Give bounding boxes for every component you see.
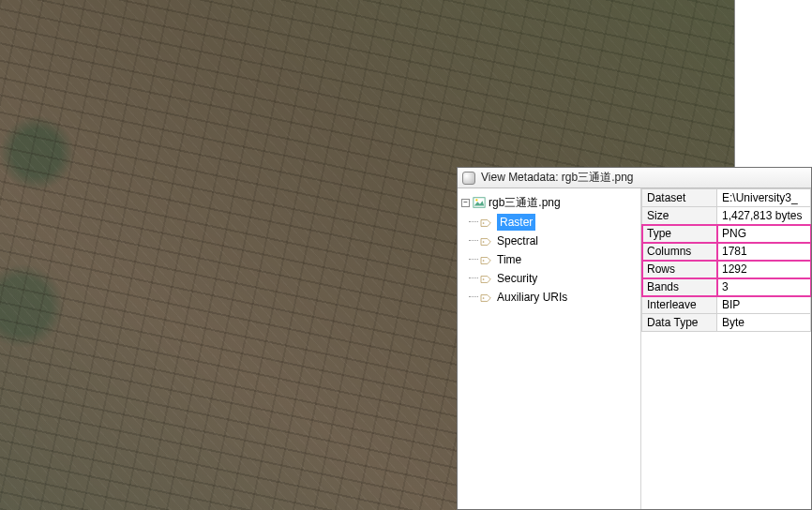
tree-item-spectral[interactable]: Spectral <box>480 232 637 250</box>
property-row-rows[interactable]: Rows1292 <box>642 261 811 278</box>
property-key: Interleave <box>642 296 717 314</box>
tree-collapse-icon[interactable]: − <box>461 199 470 207</box>
property-value: BIP <box>717 296 811 314</box>
tree-item-label: Security <box>497 270 537 287</box>
property-value: 1,427,813 bytes <box>717 207 811 225</box>
svg-marker-9 <box>481 277 490 283</box>
tree-item-raster[interactable]: Raster <box>480 213 637 232</box>
property-key: Type <box>642 225 717 243</box>
svg-point-8 <box>483 260 485 262</box>
property-value: 3 <box>717 278 811 296</box>
property-row-data-type[interactable]: Data TypeByte <box>642 314 811 332</box>
tree-item-label: Spectral <box>497 232 538 249</box>
tree-item-time[interactable]: Time <box>480 250 637 269</box>
tag-icon <box>480 273 493 284</box>
tree-root-node[interactable]: − rgb三通道.png <box>461 194 637 211</box>
property-row-bands[interactable]: Bands3 <box>642 278 811 296</box>
svg-point-2 <box>475 199 477 201</box>
property-key: Data Type <box>642 314 717 332</box>
property-value: E:\University3_ <box>717 189 811 207</box>
svg-marker-3 <box>481 220 490 227</box>
image-file-icon <box>473 196 486 209</box>
metadata-tree[interactable]: − rgb三通道.png RasterSpectralTimeSecurityA… <box>458 188 641 509</box>
properties-table: DatasetE:\University3_Size1,427,813 byte… <box>641 188 811 332</box>
svg-point-10 <box>483 278 485 280</box>
app-icon <box>462 172 475 185</box>
whitespace-strip <box>735 0 812 167</box>
property-key: Size <box>642 207 717 225</box>
tree-item-security[interactable]: Security <box>480 269 637 288</box>
metadata-window: View Metadata: rgb三通道.png − rgb三通道.png R… <box>457 167 812 510</box>
tag-icon <box>480 217 493 228</box>
property-row-columns[interactable]: Columns1781 <box>642 243 811 261</box>
property-row-size[interactable]: Size1,427,813 bytes <box>642 207 811 225</box>
svg-point-6 <box>483 241 485 243</box>
tag-icon <box>480 235 493 247</box>
property-key: Rows <box>642 261 717 278</box>
metadata-body: − rgb三通道.png RasterSpectralTimeSecurityA… <box>458 188 811 509</box>
property-key: Columns <box>642 243 717 261</box>
window-titlebar[interactable]: View Metadata: rgb三通道.png <box>458 168 811 188</box>
window-title: View Metadata: rgb三通道.png <box>481 170 634 186</box>
svg-marker-11 <box>481 295 490 302</box>
svg-marker-7 <box>481 258 490 264</box>
property-value: PNG <box>717 225 811 243</box>
property-value: 1781 <box>717 243 811 261</box>
properties-panel[interactable]: DatasetE:\University3_Size1,427,813 byte… <box>641 188 811 509</box>
tree-root-label: rgb三通道.png <box>489 194 561 211</box>
tag-icon <box>480 254 493 265</box>
tree-item-label: Raster <box>497 214 535 231</box>
property-row-type[interactable]: TypePNG <box>642 225 811 243</box>
property-key: Bands <box>642 278 717 296</box>
tree-item-label: Auxiliary URIs <box>497 289 567 306</box>
tag-icon <box>480 292 493 303</box>
tree-item-auxiliary-uris[interactable]: Auxiliary URIs <box>480 288 637 307</box>
svg-marker-5 <box>481 239 490 246</box>
property-value: 1292 <box>717 261 811 278</box>
property-row-dataset[interactable]: DatasetE:\University3_ <box>642 189 811 207</box>
property-row-interleave[interactable]: InterleaveBIP <box>642 296 811 314</box>
property-value: Byte <box>717 314 811 332</box>
property-key: Dataset <box>642 189 717 207</box>
svg-point-12 <box>483 297 485 299</box>
tree-item-label: Time <box>497 251 521 268</box>
svg-rect-0 <box>474 198 485 208</box>
svg-point-4 <box>483 222 485 224</box>
